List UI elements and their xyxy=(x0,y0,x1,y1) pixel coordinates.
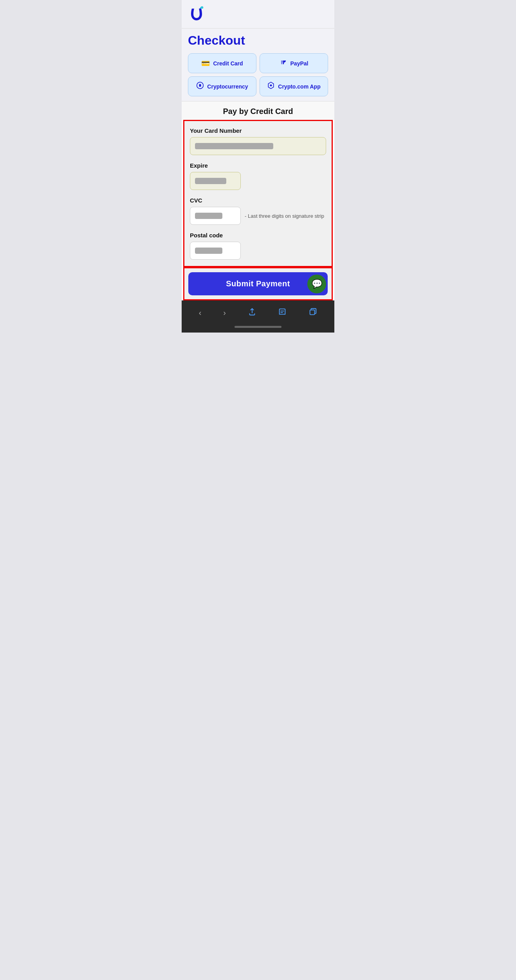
cryptocurrency-button[interactable]: Cryptocurrency xyxy=(188,76,256,96)
card-number-label: Your Card Number xyxy=(190,127,326,134)
payment-methods-grid: 💳 Credit Card PayPal Cryptocurrency xyxy=(182,51,334,101)
phone-frame: Checkout 💳 Credit Card PayPal xyxy=(182,0,334,333)
cvc-label: CVC xyxy=(190,197,326,204)
paypal-label: PayPal xyxy=(290,60,309,67)
cvc-input[interactable] xyxy=(190,207,241,225)
cvc-hint: - Last three digits on signature strip xyxy=(245,213,324,219)
postal-code-label: Postal code xyxy=(190,232,326,239)
page-title: Checkout xyxy=(188,33,328,48)
paypal-icon xyxy=(280,58,287,68)
pay-by-title: Pay by Credit Card xyxy=(182,107,334,116)
credit-card-label: Credit Card xyxy=(213,60,243,67)
submit-area: Submit Payment 💬 xyxy=(183,267,333,300)
expire-input[interactable] xyxy=(190,172,241,190)
svg-rect-4 xyxy=(310,310,315,315)
card-number-input[interactable] xyxy=(190,137,326,155)
pay-by-section: Pay by Credit Card xyxy=(182,101,334,120)
postal-code-input[interactable] xyxy=(190,242,241,260)
credit-card-button[interactable]: 💳 Credit Card xyxy=(188,53,256,73)
cryptocurrency-icon xyxy=(196,81,204,91)
browser-bar: ‹ › xyxy=(182,300,334,323)
home-pill xyxy=(235,326,281,328)
credit-card-icon: 💳 xyxy=(201,59,210,68)
cvc-row: - Last three digits on signature strip xyxy=(190,207,326,225)
browser-share-button[interactable] xyxy=(245,305,259,320)
header-bar xyxy=(182,0,334,29)
browser-forward-button[interactable]: › xyxy=(221,306,228,320)
ubiquiti-logo xyxy=(188,5,205,23)
submit-payment-button[interactable]: Submit Payment xyxy=(188,272,328,295)
card-form-section: Your Card Number Expire CVC - Last three… xyxy=(183,120,333,267)
svg-point-3 xyxy=(270,85,272,87)
crypto-com-button[interactable]: Crypto.com App xyxy=(260,76,328,96)
checkout-title-area: Checkout xyxy=(182,29,334,51)
paypal-button[interactable]: PayPal xyxy=(260,53,328,73)
browser-bookmarks-button[interactable] xyxy=(276,305,289,320)
cryptocurrency-label: Cryptocurrency xyxy=(207,83,248,90)
chat-fab-button[interactable]: 💬 xyxy=(307,275,326,293)
svg-point-1 xyxy=(199,85,201,87)
crypto-com-icon xyxy=(267,81,275,91)
expire-label: Expire xyxy=(190,162,326,169)
crypto-com-label: Crypto.com App xyxy=(278,83,320,90)
home-indicator xyxy=(182,323,334,333)
chat-icon: 💬 xyxy=(312,279,322,289)
browser-back-button[interactable]: ‹ xyxy=(197,306,204,320)
browser-tabs-button[interactable] xyxy=(306,305,319,320)
